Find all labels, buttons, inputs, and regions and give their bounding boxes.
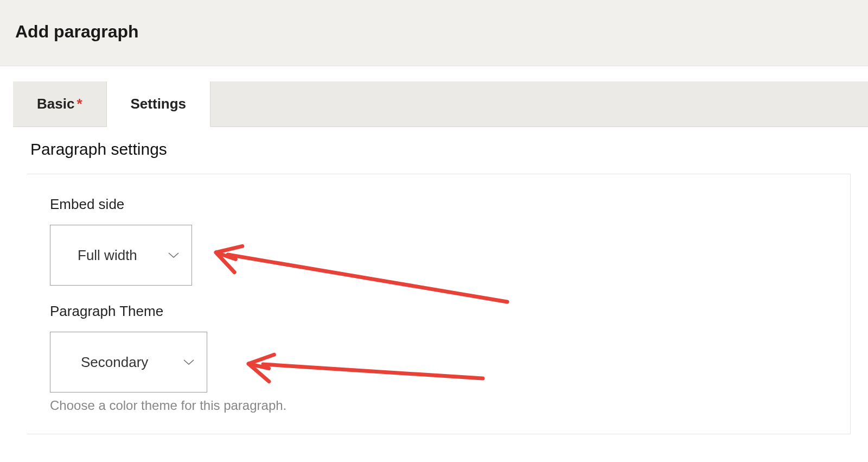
- paragraph-theme-value: Secondary: [81, 354, 148, 371]
- paragraph-theme-help: Choose a color theme for this paragraph.: [50, 398, 827, 413]
- embed-side-select[interactable]: Full width: [50, 225, 192, 286]
- chevron-down-icon: [183, 358, 195, 366]
- dialog-title: Add paragraph: [15, 22, 853, 42]
- paragraph-theme-select[interactable]: Secondary: [50, 332, 207, 393]
- embed-side-label: Embed side: [50, 196, 827, 213]
- tab-settings-label: Settings: [131, 96, 187, 112]
- tabs-filler: [210, 81, 868, 126]
- field-embed-side: Embed side Full width: [50, 196, 827, 286]
- content-area: Basic* Settings Paragraph settings Embed…: [0, 66, 868, 434]
- chevron-down-icon: [168, 251, 180, 259]
- tab-basic-label: Basic: [37, 96, 74, 112]
- tab-settings[interactable]: Settings: [107, 81, 211, 127]
- tab-basic[interactable]: Basic*: [13, 81, 107, 126]
- tabs: Basic* Settings: [13, 81, 868, 127]
- embed-side-value: Full width: [78, 247, 137, 264]
- settings-panel: Paragraph settings Embed side Full width…: [13, 127, 868, 434]
- panel-title: Paragraph settings: [30, 140, 851, 159]
- field-paragraph-theme: Paragraph Theme Secondary Choose a color…: [50, 303, 827, 413]
- dialog-header: Add paragraph: [0, 0, 868, 66]
- fieldset: Embed side Full width Paragraph Theme Se…: [27, 174, 851, 434]
- paragraph-theme-label: Paragraph Theme: [50, 303, 827, 320]
- required-indicator: *: [76, 96, 82, 112]
